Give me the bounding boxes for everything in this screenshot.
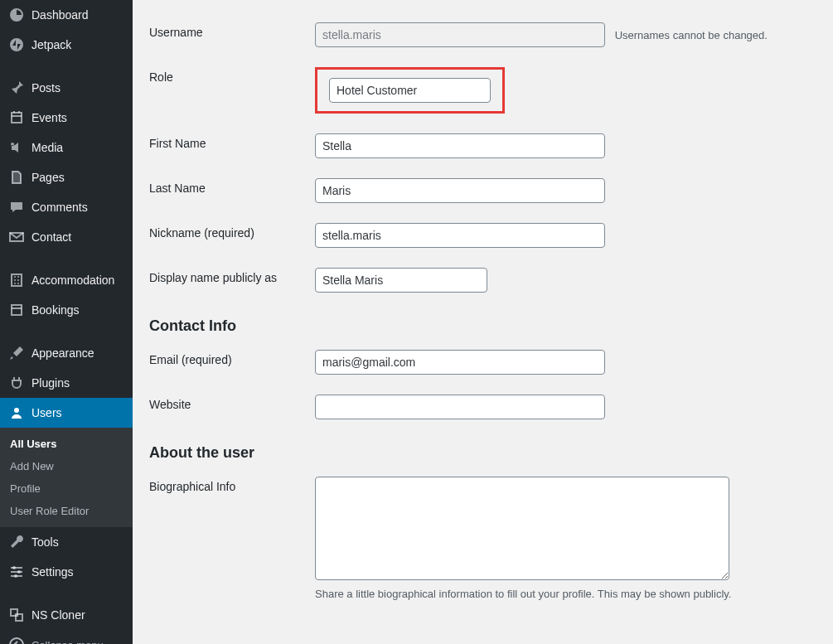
submenu-profile[interactable]: Profile: [0, 477, 133, 500]
sidebar-item-label: Appearance: [31, 346, 94, 360]
media-icon: [8, 139, 25, 156]
comments-icon: [8, 199, 25, 215]
sidebar-item-label: Settings: [31, 565, 74, 579]
about-user-heading: About the user: [149, 444, 816, 462]
username-input: [315, 22, 605, 47]
email-input[interactable]: [315, 350, 605, 375]
sidebar-item-events[interactable]: Events: [0, 103, 133, 133]
bio-label: Biographical Info: [149, 467, 315, 610]
sidebar-item-label: Jetpack: [31, 38, 71, 51]
sidebar-item-label: Pages: [31, 171, 65, 184]
submenu-all-users[interactable]: All Users: [0, 433, 133, 455]
sidebar-item-tools[interactable]: Tools: [0, 527, 133, 557]
sidebar-item-label: Comments: [31, 201, 88, 214]
sidebar-item-posts[interactable]: Posts: [0, 73, 133, 103]
sidebar-item-appearance[interactable]: Appearance: [0, 338, 133, 368]
edit-user-form: Username Usernames cannot be changed. Ro…: [133, 0, 833, 644]
sidebar-item-pages[interactable]: Pages: [0, 162, 133, 192]
email-label: Email (required): [149, 340, 315, 385]
collapse-label: Collapse menu: [31, 639, 104, 645]
admin-sidebar: Dashboard Jetpack Posts Events Media Pag…: [0, 0, 133, 644]
website-label: Website: [149, 385, 315, 429]
svg-point-2: [12, 566, 16, 569]
brush-icon: [8, 345, 25, 361]
sliders-icon: [8, 564, 25, 580]
svg-point-1: [14, 408, 19, 413]
collapse-menu-button[interactable]: Collapse menu: [0, 630, 133, 644]
bio-textarea[interactable]: [315, 477, 729, 580]
sidebar-item-bookings[interactable]: Bookings: [0, 295, 133, 325]
last-name-label: Last Name: [149, 168, 315, 213]
sidebar-item-label: Dashboard: [31, 8, 89, 22]
sidebar-item-label: Posts: [31, 81, 61, 94]
sidebar-item-label: Plugins: [31, 376, 70, 390]
nickname-input[interactable]: [315, 223, 605, 248]
users-submenu: All Users Add New Profile User Role Edit…: [0, 428, 133, 527]
sidebar-item-label: Users: [31, 406, 62, 419]
sidebar-item-plugins[interactable]: Plugins: [0, 368, 133, 398]
pages-icon: [8, 169, 25, 186]
calendar-alt-icon: [8, 302, 25, 318]
first-name-input[interactable]: [315, 133, 605, 158]
website-input[interactable]: [315, 395, 605, 419]
username-note: Usernames cannot be changed.: [615, 29, 768, 41]
role-label: Role: [149, 57, 315, 123]
sidebar-item-settings[interactable]: Settings: [0, 557, 133, 587]
wrench-icon: [8, 534, 25, 550]
sidebar-item-nscloner[interactable]: NS Cloner: [0, 600, 133, 630]
svg-point-3: [17, 570, 21, 574]
envelope-icon: [8, 229, 25, 245]
first-name-label: First Name: [149, 123, 315, 168]
display-name-select[interactable]: Stella Maris: [315, 268, 487, 293]
user-icon: [8, 404, 25, 421]
plug-icon: [8, 375, 25, 391]
sidebar-item-label: NS Cloner: [31, 608, 85, 622]
svg-point-0: [10, 38, 23, 51]
svg-point-4: [14, 574, 17, 578]
pin-icon: [8, 80, 25, 96]
sidebar-item-media[interactable]: Media: [0, 133, 133, 162]
sidebar-item-label: Accommodation: [31, 274, 114, 287]
username-label: Username: [149, 12, 315, 57]
bio-description: Share a little biographical information …: [315, 588, 808, 600]
role-select[interactable]: Hotel Customer: [329, 78, 491, 103]
sidebar-item-jetpack[interactable]: Jetpack: [0, 30, 133, 60]
last-name-input[interactable]: [315, 178, 605, 203]
sidebar-item-users[interactable]: Users: [0, 398, 133, 428]
dashboard-icon: [8, 7, 25, 23]
submenu-add-new[interactable]: Add New: [0, 455, 133, 477]
display-name-label: Display name publicly as: [149, 258, 315, 303]
sidebar-item-label: Events: [31, 111, 67, 124]
sidebar-item-dashboard[interactable]: Dashboard: [0, 0, 133, 30]
submenu-user-role-editor[interactable]: User Role Editor: [0, 500, 133, 522]
jetpack-icon: [8, 36, 25, 53]
building-icon: [8, 272, 25, 288]
calendar-icon: [8, 109, 25, 126]
cloner-icon: [8, 607, 25, 623]
sidebar-item-comments[interactable]: Comments: [0, 192, 133, 222]
role-highlight: Hotel Customer: [315, 67, 505, 114]
sidebar-item-label: Contact: [31, 230, 71, 244]
sidebar-item-accommodation[interactable]: Accommodation: [0, 265, 133, 295]
nickname-label: Nickname (required): [149, 213, 315, 258]
sidebar-item-label: Bookings: [31, 303, 80, 317]
sidebar-item-contact[interactable]: Contact: [0, 222, 133, 252]
sidebar-item-label: Media: [31, 141, 63, 154]
contact-info-heading: Contact Info: [149, 317, 816, 335]
sidebar-item-label: Tools: [31, 535, 59, 549]
collapse-icon: [8, 637, 25, 644]
